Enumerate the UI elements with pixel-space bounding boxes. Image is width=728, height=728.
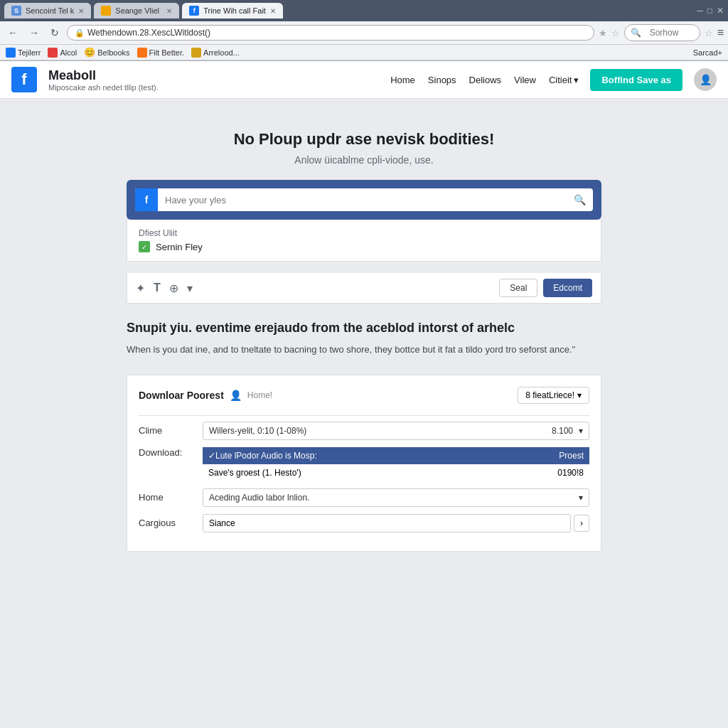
bookmark-star[interactable]: ★: [599, 28, 607, 38]
filter-checkbox[interactable]: ✓: [139, 241, 150, 252]
main-content: No Ploup updr ase nevisk bodities! Anlow…: [115, 113, 613, 569]
bookmark-filt[interactable]: Filt Better.: [137, 48, 185, 58]
clime-value: Willers-yelit, 0:10 (1-08%): [209, 426, 306, 436]
dropdown-option2-label: Save's groest (1. Hesto'): [208, 468, 301, 478]
download-meta-label: Home!: [247, 390, 272, 400]
bookmarks-bar: Tejilerr Alcol 😊 Belbooks Filt Better. A…: [0, 45, 728, 60]
window-close[interactable]: ✕: [717, 6, 724, 16]
tab1-label: Sencoint Tel k: [26, 6, 74, 15]
download-header: Downloar Poorest 👤 Home! 8 fieatLriece! …: [139, 387, 589, 404]
seal-button[interactable]: Seal: [499, 279, 537, 297]
forward-button[interactable]: →: [26, 26, 43, 40]
dropdown-option-1[interactable]: ✓ Lute lPodor Audio is Mosp: Proest: [203, 447, 589, 464]
clime-num: 8.100: [552, 426, 579, 436]
fb-nav: Home Sinops Deliows Vilew Citieit ▾: [390, 75, 579, 85]
bm-icon-filt: [137, 48, 147, 58]
address-text: Wethendown.28.XescLWitldost(): [87, 28, 587, 38]
filter-item: ✓ Sernin Fley: [139, 241, 589, 252]
search-button[interactable]: 🔍: [567, 190, 593, 210]
tab3-label: Trine Wih call Fait: [203, 6, 266, 15]
browser-nav-bar: ← → ↻ 🔒 Wethendown.28.XescLWitldost() ★ …: [0, 21, 728, 45]
nav-search-input[interactable]: [644, 26, 694, 39]
article-section: Snupit yiu. eventime erejaudo from the a…: [127, 321, 601, 358]
avatar[interactable]: 👤: [694, 68, 717, 91]
lock-icon: 🔒: [75, 28, 85, 38]
dropdown-option1-label: Lute lPodor Audio is Mosp:: [215, 451, 317, 461]
window-min[interactable]: ─: [697, 6, 703, 16]
search-input[interactable]: [158, 191, 567, 210]
action-icon-text[interactable]: T: [154, 282, 161, 294]
tab1-close[interactable]: ✕: [78, 7, 84, 15]
clime-row: Clime Willers-yelit, 0:10 (1-08%) 8.100 …: [139, 422, 589, 440]
bookmark-belbooks[interactable]: 😊 Belbooks: [84, 47, 129, 58]
download-label: Download:: [139, 447, 203, 458]
dropdown-option-2[interactable]: Save's groest (1. Hesto') 0190!8: [203, 464, 589, 481]
bookmark-tejilerr[interactable]: Tejilerr: [6, 48, 41, 58]
bookmark-arrelood[interactable]: Arrelood...: [191, 48, 240, 58]
tab-1[interactable]: S Sencoint Tel k ✕: [4, 3, 91, 18]
bm-icon-arrelood: [191, 48, 201, 58]
tab3-close[interactable]: ✕: [270, 7, 276, 15]
tab1-favicon: S: [11, 6, 21, 16]
browser-chrome: S Sencoint Tel k ✕ Seange Vliel ✕ f Trin…: [0, 0, 728, 61]
download-meta-icon: 👤: [230, 390, 242, 401]
home-control[interactable]: Aceding Audio labor lnlion. ▾: [203, 488, 589, 507]
bm-icon-tejilerr: [6, 48, 16, 58]
browser-menu-icon[interactable]: ≡: [717, 26, 724, 39]
bm-label-filt: Filt Better.: [149, 48, 185, 57]
home-row: Home Aceding Audio labor lnlion. ▾: [139, 488, 589, 507]
bookmark-star-outline[interactable]: ☆: [611, 28, 620, 38]
fb-site-info: Meaboll Miposcake ash nedet tllip (test)…: [48, 68, 379, 92]
clime-control[interactable]: Willers-yelit, 0:10 (1-08%) 8.100 ▾: [203, 422, 589, 440]
browser-title-bar: S Sencoint Tel k ✕ Seange Vliel ✕ f Trin…: [0, 0, 728, 21]
bm-label-alcol: Alcol: [60, 48, 77, 57]
window-max[interactable]: □: [707, 6, 712, 16]
cta-button[interactable]: Boffind Save as: [590, 69, 682, 91]
nav-sinops[interactable]: Sinops: [428, 75, 456, 85]
download-section: Downloar Poorest 👤 Home! 8 fieatLriece! …: [127, 375, 601, 552]
filter-item-label: Sernin Fley: [156, 242, 203, 252]
nav-citieit[interactable]: Citieit ▾: [549, 75, 579, 85]
action-buttons: Seal Edcomt: [499, 279, 592, 297]
cargious-control[interactable]: Siance: [203, 514, 571, 532]
action-icon-star[interactable]: ✦: [136, 282, 145, 295]
nav-vilew[interactable]: Vilew: [514, 75, 536, 85]
settings-star[interactable]: ☆: [705, 28, 713, 38]
bookmark-sarcad[interactable]: Sarcad+: [693, 48, 722, 57]
search-nav-bar[interactable]: 🔍: [624, 24, 700, 41]
bookmark-alcol[interactable]: Alcol: [48, 48, 77, 58]
tab-2[interactable]: Seange Vliel ✕: [94, 3, 179, 18]
clime-dropdown-icon[interactable]: ▾: [579, 426, 583, 436]
cargious-nav-btn[interactable]: ›: [574, 515, 589, 532]
tab2-label: Seange Vliel: [115, 6, 159, 15]
nav-home[interactable]: Home: [390, 75, 415, 85]
fb-header: f Meaboll Miposcake ash nedet tllip (tes…: [0, 61, 728, 99]
home-label: Home: [139, 492, 203, 503]
tab-3[interactable]: f Trine Wih call Fait ✕: [182, 3, 283, 18]
nav-deliows[interactable]: Deliows: [469, 75, 502, 85]
dropdown-option2-value: 0190!8: [557, 468, 584, 478]
article-title: Snupit yiu. eventime erejaudo from the a…: [127, 321, 601, 336]
search-icon: 🔍: [631, 28, 641, 38]
bm-icon-alcol: [48, 48, 58, 58]
tab3-favicon: f: [189, 6, 199, 16]
article-body: When is you dat ine, and to tneltate to …: [127, 343, 601, 358]
refresh-button[interactable]: ↻: [47, 26, 63, 40]
bm-label-tejilerr: Tejilerr: [18, 48, 41, 57]
cargious-value: Siance: [209, 518, 235, 528]
cargious-row: Cargious Siance ›: [139, 514, 589, 532]
search-fb-logo: f: [135, 188, 158, 211]
home-value: Aceding Audio labor lnlion.: [209, 493, 309, 503]
tab2-close[interactable]: ✕: [166, 7, 172, 15]
address-bar[interactable]: 🔒 Wethendown.28.XescLWitldost(): [67, 25, 594, 41]
bm-label-arrelood: Arrelood...: [203, 48, 240, 57]
action-icon-dropdown[interactable]: ▾: [187, 282, 193, 295]
features-button[interactable]: 8 fieatLriece! ▾: [518, 387, 589, 404]
dropdown-container: ✓ Lute lPodor Audio is Mosp: Proest Save…: [203, 447, 589, 481]
clime-label: Clime: [139, 425, 203, 436]
edcomt-button[interactable]: Edcomt: [543, 279, 592, 297]
action-icon-plus[interactable]: ⊕: [169, 282, 178, 295]
home-dropdown-icon[interactable]: ▾: [579, 493, 583, 503]
action-bar: ✦ T ⊕ ▾ Seal Edcomt: [127, 273, 601, 304]
back-button[interactable]: ←: [4, 26, 21, 40]
